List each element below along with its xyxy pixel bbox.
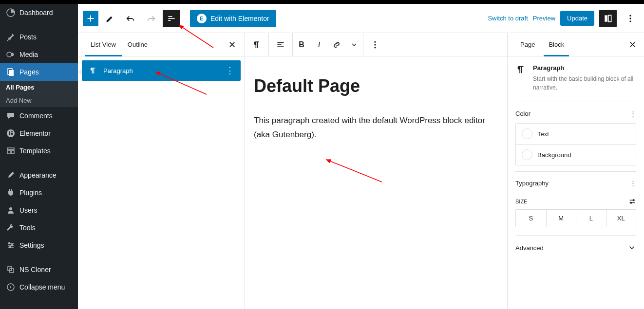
- settings-toggle-button[interactable]: [599, 10, 617, 27]
- color-section-head: Color ⋮: [515, 102, 636, 123]
- wrench-icon: [6, 223, 16, 233]
- user-icon: [6, 205, 16, 215]
- block-row-label: Paragraph: [103, 67, 133, 74]
- nav-users[interactable]: Users: [0, 201, 78, 219]
- more-formatting-button[interactable]: [345, 33, 363, 56]
- block-options-button[interactable]: [363, 40, 387, 50]
- list-view-tabs: List View Outline ✕: [78, 33, 245, 56]
- edit-elementor-button[interactable]: E Edit with Elementor: [190, 10, 276, 27]
- nav-label: Collapse menu: [19, 283, 65, 291]
- block-type-button[interactable]: [245, 33, 268, 56]
- block-row-options-button[interactable]: ⋮: [226, 65, 234, 76]
- size-xl-button[interactable]: XL: [606, 210, 636, 227]
- nav-label: Users: [19, 206, 38, 214]
- nav-collapse[interactable]: Collapse menu: [0, 278, 78, 296]
- nav-add-new[interactable]: Add New: [0, 94, 78, 107]
- nav-pages[interactable]: Pages: [0, 63, 78, 81]
- admin-bar: [0, 0, 644, 4]
- svg-rect-26: [608, 15, 611, 21]
- chevron-down-icon: [627, 243, 636, 252]
- bg-swatch-icon: [522, 149, 532, 160]
- nav-settings[interactable]: Settings: [0, 236, 78, 254]
- typo-options-button[interactable]: ⋮: [630, 180, 636, 187]
- edit-mode-button[interactable]: [101, 10, 119, 27]
- italic-button[interactable]: I: [310, 33, 328, 56]
- nav-dashboard[interactable]: Dashboard: [0, 4, 78, 21]
- settings-close-button[interactable]: ✕: [629, 39, 636, 50]
- add-block-button[interactable]: [83, 11, 98, 26]
- list-panel-close-button[interactable]: ✕: [227, 37, 238, 52]
- pin-icon: [6, 32, 16, 42]
- align-button[interactable]: [269, 33, 292, 56]
- cloner-icon: [6, 265, 16, 274]
- color-text-button[interactable]: Text: [516, 124, 636, 144]
- color-bg-button[interactable]: Background: [516, 144, 636, 165]
- nav-label: Appearance: [19, 171, 57, 179]
- plug-icon: [6, 188, 16, 198]
- nav-appearance[interactable]: Appearance: [0, 166, 78, 184]
- templates-icon: [6, 146, 16, 156]
- svg-point-18: [10, 247, 11, 248]
- block-row-paragraph[interactable]: Paragraph ⋮: [82, 60, 241, 81]
- nav-elementor[interactable]: Elementor: [0, 125, 78, 142]
- block-toolbar: B I: [245, 33, 507, 56]
- undo-button[interactable]: [122, 10, 139, 27]
- nav-nscloner[interactable]: NS Cloner: [0, 261, 78, 278]
- size-m-button[interactable]: M: [546, 210, 576, 227]
- top-toolbar: E Edit with Elementor Switch to draft Pr…: [78, 4, 644, 33]
- bold-button[interactable]: B: [293, 33, 310, 56]
- tab-listview[interactable]: List View: [85, 33, 122, 56]
- advanced-section-toggle[interactable]: Advanced: [515, 235, 636, 260]
- svg-rect-25: [605, 15, 607, 21]
- nav-tools[interactable]: Tools: [0, 219, 78, 236]
- dashboard-icon: [6, 8, 16, 18]
- svg-point-33: [374, 41, 376, 42]
- tab-page[interactable]: Page: [515, 33, 540, 56]
- paragraph-icon: [89, 66, 97, 75]
- elementor-label: Edit with Elementor: [210, 15, 269, 22]
- svg-rect-3: [9, 70, 14, 76]
- nav-posts[interactable]: Posts: [0, 28, 78, 46]
- editor-canvas[interactable]: Default Page This paragraph created with…: [245, 56, 507, 309]
- svg-point-17: [12, 245, 13, 246]
- svg-rect-7: [11, 133, 13, 134]
- tab-block[interactable]: Block: [544, 33, 569, 56]
- elementor-icon: [6, 128, 16, 138]
- size-label: SIZE: [515, 199, 527, 204]
- nav-label: Tools: [19, 224, 36, 232]
- svg-point-38: [633, 200, 634, 201]
- nav-plugins[interactable]: Plugins: [0, 184, 78, 201]
- brush-icon: [6, 170, 16, 180]
- page-title[interactable]: Default Page: [254, 76, 498, 96]
- paragraph-icon: [515, 64, 527, 92]
- size-custom-button[interactable]: [628, 198, 636, 205]
- nav-media[interactable]: Media: [0, 46, 78, 63]
- redo-button[interactable]: [142, 10, 160, 27]
- link-button[interactable]: [328, 33, 345, 56]
- switch-to-draft-button[interactable]: Switch to draft: [488, 15, 528, 22]
- block-info-title: Paragraph: [533, 64, 636, 72]
- nav-templates[interactable]: Templates: [0, 142, 78, 160]
- nav-label: Pages: [19, 68, 39, 76]
- color-options-button[interactable]: ⋮: [630, 110, 636, 117]
- svg-rect-6: [11, 131, 13, 132]
- size-l-button[interactable]: L: [576, 210, 606, 227]
- nav-all-pages[interactable]: All Pages: [0, 81, 78, 94]
- nav-comments[interactable]: Comments: [0, 107, 78, 125]
- comment-icon: [6, 111, 16, 121]
- paragraph-block[interactable]: This paragraph created with the default …: [254, 114, 498, 142]
- tab-outline[interactable]: Outline: [122, 33, 153, 56]
- svg-point-29: [629, 20, 631, 22]
- nav-label: NS Cloner: [19, 266, 51, 273]
- media-icon: [6, 50, 16, 59]
- nav-label: Elementor: [19, 129, 51, 137]
- update-button[interactable]: Update: [560, 11, 594, 26]
- size-s-button[interactable]: S: [516, 210, 546, 227]
- settings-panel: Page Block ✕ Paragraph Start with the ba…: [507, 33, 644, 309]
- options-button[interactable]: [622, 10, 639, 27]
- document-overview-button[interactable]: [163, 10, 180, 27]
- nav-label: Dashboard: [19, 9, 53, 17]
- svg-point-27: [629, 15, 631, 16]
- typography-section-head: Typography ⋮: [515, 171, 636, 193]
- preview-button[interactable]: Preview: [533, 15, 555, 22]
